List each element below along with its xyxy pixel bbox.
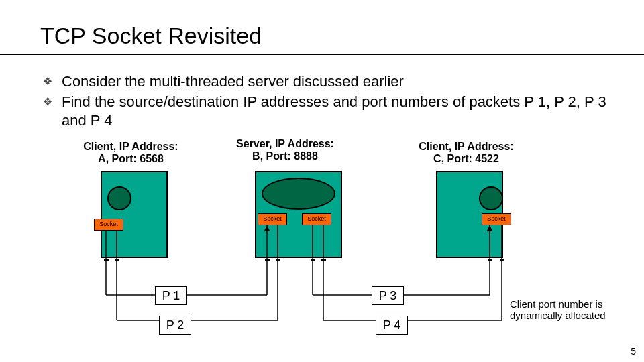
bullet-text-2: Find the source/destination IP addresses… [62, 93, 612, 129]
server-label: Server, IP Address: B, Port: 8888 [225, 138, 345, 162]
packet-p1: P 1 [155, 286, 187, 305]
page-number: 5 [631, 346, 636, 357]
client-c-line1: Client, IP Address: [419, 141, 513, 152]
socket-client-c: Socket [482, 213, 511, 225]
dynamic-port-note: Client port number is dynamically alloca… [510, 298, 644, 321]
client-a-process [107, 186, 131, 210]
client-a-line1: Client, IP Address: [83, 141, 178, 152]
socket-client-a: Socket [94, 219, 123, 231]
socket-server-left: Socket [258, 213, 287, 225]
packet-p4: P 4 [376, 316, 408, 335]
client-c-label: Client, IP Address: C, Port: 4522 [406, 141, 527, 165]
client-c-process [479, 186, 503, 210]
server-line2: B, Port: 8888 [252, 150, 318, 162]
packet-p2: P 2 [159, 316, 191, 335]
socket-server-right: Socket [302, 213, 331, 225]
client-a-label: Client, IP Address: A, Port: 6568 [70, 141, 191, 165]
bullet-text-1: Consider the multi-threaded server discu… [62, 72, 612, 91]
bullet-glyph-2: ❖ [43, 95, 52, 108]
client-a-host [101, 171, 168, 258]
title-underline [0, 54, 644, 55]
client-c-line2: C, Port: 4522 [433, 153, 499, 164]
packet-p3: P 3 [372, 286, 404, 305]
client-a-line2: A, Port: 6568 [98, 153, 164, 164]
slide-title: TCP Socket Revisited [40, 23, 262, 49]
bullet-glyph-1: ❖ [43, 75, 52, 88]
server-process-oval [262, 178, 335, 210]
server-line1: Server, IP Address: [236, 138, 334, 149]
